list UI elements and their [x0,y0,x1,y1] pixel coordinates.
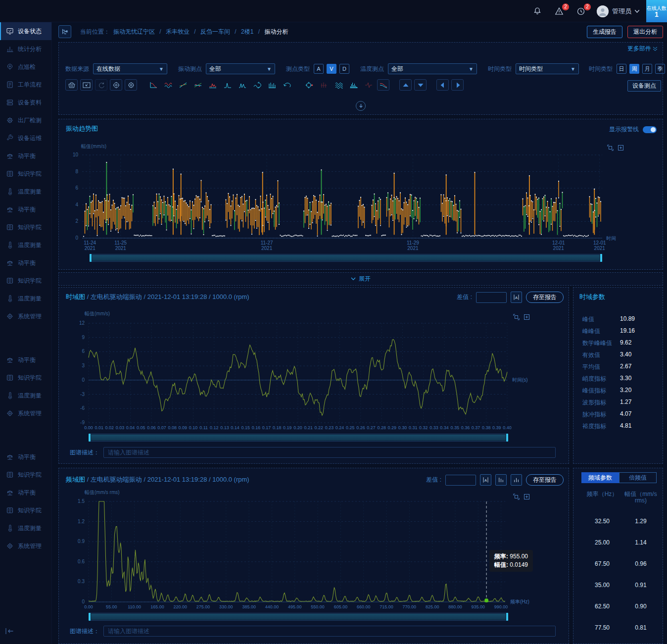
basket-tool-icon[interactable] [65,79,78,91]
point-type-D[interactable]: D [339,64,349,74]
vib-point-select[interactable]: 全部▼ [206,63,275,74]
trend-chart[interactable]: 幅值(mm/s)024681011-24202111-25202111-2720… [59,119,664,252]
temp-point-select[interactable]: 全部▼ [388,63,477,74]
sidebar-item-知识学院[interactable]: 知识学院 [0,218,51,236]
sidebar-item-设备状态[interactable]: 设备状态 [0,22,51,40]
sidebar-item-动平衡[interactable]: 动平衡 [0,254,51,272]
sidebar-item-工单流程[interactable]: 工单流程 [0,76,51,94]
device-tree-icon[interactable] [58,25,71,38]
point-type-A[interactable]: A [314,64,324,74]
time-domain-brush[interactable] [89,434,508,442]
sidebar-item-系统管理[interactable]: 系统管理 [0,307,51,325]
period-季[interactable]: 季 [655,64,665,74]
navdown-tool-icon[interactable] [414,79,427,91]
fit-tool-icon[interactable] [80,79,93,91]
undo-tool-icon[interactable] [281,79,293,91]
sidebar-item-出厂检测[interactable]: 出厂检测 [0,111,51,129]
brush-handle-right[interactable] [600,254,602,262]
user-menu[interactable]: 管理员 [597,5,639,17]
sidebar-item-设备运维[interactable]: 设备运维 [0,129,51,147]
sidebar-item-知识学院[interactable]: 知识学院 [0,165,51,183]
clock-icon[interactable]: 2 [575,5,587,17]
time-type-select[interactable]: 时间类型▼ [516,63,579,74]
device-points-button[interactable]: 设备测点 [627,80,661,92]
specbars-tool-icon[interactable] [347,79,360,91]
point-type-V[interactable]: V [327,64,336,74]
sidebar-item-温度测量[interactable]: 温度测量 [0,236,51,254]
sidebar-collapse-icon[interactable] [5,627,14,637]
period-周[interactable]: 周 [629,64,639,74]
online-count-badge[interactable]: 在线人数 1 [646,0,667,22]
peak2-tool-icon[interactable] [236,79,248,91]
peak1-tool-icon[interactable] [221,79,234,91]
collapse-circle-icon[interactable] [356,101,366,111]
save-view-icon[interactable] [607,144,614,153]
tab-频域参数[interactable]: 频域参数 [581,472,619,483]
expand-bar[interactable]: 展开 [58,272,663,286]
sidebar-item-动平衡[interactable]: 动平衡 [0,448,51,466]
target-tool-icon[interactable] [303,79,315,91]
gearbadge-tool-icon[interactable] [110,79,122,91]
period-月[interactable]: 月 [642,64,652,74]
sidebar-item-温度测量[interactable]: 温度测量 [0,519,51,537]
trend-brush[interactable] [90,254,602,262]
breadcrumb-item[interactable]: 禾丰牧业 [166,28,190,35]
sidebar-item-温度测量[interactable]: 温度测量 [0,387,51,404]
waverot-tool-icon[interactable] [251,79,263,91]
generate-report-button[interactable]: 生成报告 [587,26,622,38]
sidebar-item-系统管理[interactable]: 系统管理 [0,537,51,555]
freq-domain-chart[interactable]: 幅值(mm/s rms)00.30.60.91.21.50.0055.00110… [59,468,570,611]
sidebar-item-统计分析[interactable]: 统计分析 [0,40,51,58]
pulsedim-tool-icon[interactable] [362,79,375,91]
pulsetrain-tool-icon[interactable] [266,79,278,91]
sidebar-item-知识学院[interactable]: 知识学院 [0,272,51,290]
time-domain-chart[interactable]: 幅值(mm/s)129630-3-6-90.000.010.020.030.04… [59,288,570,432]
dualwave-tool-icon[interactable] [162,79,174,91]
alarm-line-toggle[interactable] [643,126,657,133]
rotate-tool-icon[interactable] [95,79,107,91]
sidebar-item-动平衡[interactable]: 动平衡 [0,351,51,369]
trendlines-tool-icon[interactable] [377,79,389,91]
breadcrumb-item[interactable]: 振动无忧辽宁区 [113,28,155,35]
navup-tool-icon[interactable] [399,79,412,91]
sidebar-item-温度测量[interactable]: 温度测量 [0,183,51,200]
brush-handle-left[interactable] [90,254,92,262]
time-desc-input[interactable] [103,447,556,458]
brush-handle-left[interactable] [89,613,91,621]
sidebar-item-动平衡[interactable]: 动平衡 [0,200,51,218]
breadcrumb-item[interactable]: 2楼1 [241,28,253,35]
freq-desc-input[interactable] [103,626,556,637]
more-widgets-link[interactable]: 更多部件 [627,45,658,53]
brush-handle-right[interactable] [506,434,508,442]
envelope-tool-icon[interactable] [147,79,159,91]
sidebar-item-动平衡[interactable]: 动平衡 [0,147,51,165]
reset-view-icon[interactable] [618,144,624,153]
freq-domain-brush[interactable] [89,613,508,621]
warning-icon[interactable]: 2 [553,5,565,17]
tab-倍频值[interactable]: 倍频值 [619,472,657,483]
brush-handle-left[interactable] [89,434,91,442]
scatter1-tool-icon[interactable] [177,79,189,91]
bell-icon[interactable] [531,5,543,17]
brush-handle-right[interactable] [506,613,508,621]
sidebar-item-动平衡[interactable]: 动平衡 [0,484,51,501]
sidebar-item-温度测量[interactable]: 温度测量 [0,290,51,307]
gear-tool-icon[interactable] [125,79,137,91]
navleft-tool-icon[interactable] [436,79,449,91]
source-select[interactable]: 在线数据▼ [93,63,167,74]
navright-tool-icon[interactable] [451,79,464,91]
breadcrumb-item[interactable]: 反刍一车间 [200,28,230,35]
exit-analysis-button[interactable]: 退出分析 [627,26,663,38]
balance-icon [6,356,14,364]
sidebar-item-知识学院[interactable]: 知识学院 [0,466,51,484]
period-日[interactable]: 日 [617,64,626,74]
sidebar-item-知识学院[interactable]: 知识学院 [0,501,51,519]
waterfall-tool-icon[interactable] [333,79,345,91]
triplepulse-tool-icon[interactable] [318,79,330,91]
sidebar-item-知识学院[interactable]: 知识学院 [0,369,51,387]
sidebar-item-设备资料[interactable]: 设备资料 [0,94,51,111]
sidebar-item-点巡检[interactable]: 点巡检 [0,58,51,76]
redpeaks-tool-icon[interactable] [206,79,219,91]
sidebar-item-系统管理[interactable]: 系统管理 [0,404,51,422]
scatter2-tool-icon[interactable] [191,79,204,91]
